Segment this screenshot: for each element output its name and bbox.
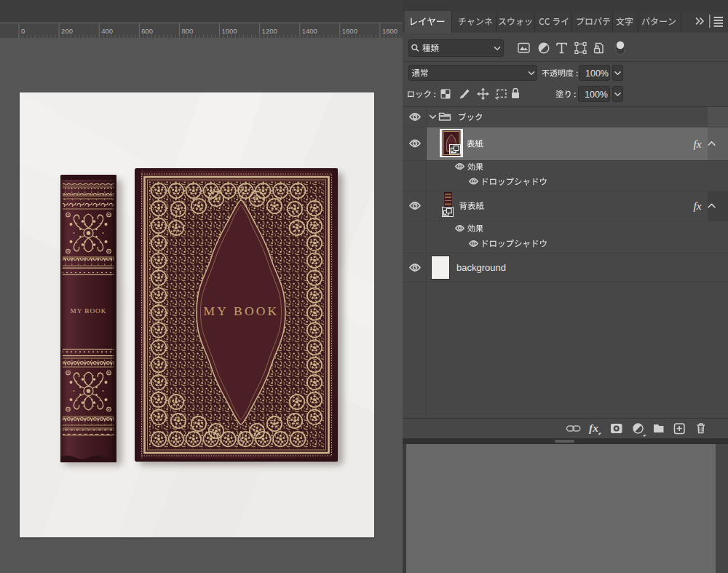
svg-text:1400: 1400 [302,27,317,35]
svg-text:800: 800 [181,27,193,35]
svg-text:600: 600 [141,27,153,35]
svg-text:200: 200 [61,27,73,35]
svg-text:400: 400 [101,27,113,35]
svg-text:1000: 1000 [222,27,237,35]
svg-text:MY BOOK: MY BOOK [71,307,107,315]
svg-text:MY BOOK: MY BOOK [204,304,280,318]
svg-text:1800: 1800 [382,27,397,35]
svg-text:1600: 1600 [342,27,357,35]
svg-text:1200: 1200 [262,27,277,35]
svg-text:0: 0 [21,27,25,35]
